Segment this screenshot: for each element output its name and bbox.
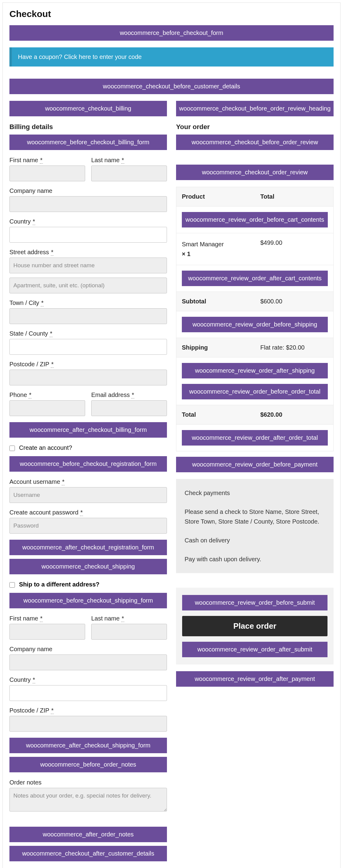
hook-review-before-submit: woocommerce_review_order_before_submit [182,595,327,611]
hook-before-registration-form: woocommerce_before_checkout_registration… [9,456,167,472]
hook-review-after-payment: woocommerce_review_order_after_payment [176,671,334,687]
billing-heading: Billing details [9,123,167,131]
hook-after-order-notes: woocommerce_after_order_notes [9,827,167,842]
billing-country-input[interactable] [9,227,167,243]
hook-after-billing-form: woocommerce_after_checkout_billing_form [9,422,167,438]
hook-review-after-cart: woocommerce_review_order_after_cart_cont… [182,271,328,286]
shipping-country-input[interactable] [9,685,167,701]
hook-before-order-notes: woocommerce_before_order_notes [9,757,167,772]
shipping-country-label: Country * [9,676,167,683]
payment-methods: Check payments Please send a check to St… [176,479,334,573]
order-notes-input[interactable] [9,788,167,811]
shipping-company-label: Company name [9,646,167,653]
billing-email-input[interactable] [91,400,167,416]
billing-state-label: State / County * [9,330,167,337]
hook-before-order-review: woocommerce_checkout_before_order_review [176,134,334,150]
page-title: Checkout [9,9,334,19]
payment-check-desc: Please send a check to Store Name, Store… [184,507,325,526]
billing-last-name-label: Last name * [91,157,167,164]
order-review-table: Product Total woocommerce_review_order_b… [176,187,334,451]
billing-street1-input[interactable] [9,257,167,273]
account-username-label: Account username * [9,478,167,485]
create-account-row[interactable]: Create an account? [9,444,167,451]
account-password-input[interactable] [9,518,167,534]
shipping-row-value: Flat rate: $20.00 [255,338,333,357]
create-account-checkbox[interactable] [9,445,15,451]
hook-review-after-submit: woocommerce_review_order_after_submit [182,642,327,657]
account-password-label: Create account password * [9,509,167,516]
hook-review-after-shipping: woocommerce_review_order_after_shipping [182,363,328,378]
coupon-notice[interactable]: Have a coupon? Click here to enter your … [9,48,334,66]
billing-postcode-label: Postcode / ZIP * [9,361,167,368]
your-order-heading: Your order [176,123,334,131]
billing-state-input[interactable] [9,339,167,355]
shipping-company-input[interactable] [9,654,167,670]
billing-phone-input[interactable] [9,400,85,416]
shipping-first-name-input[interactable] [9,624,85,640]
order-notes-label: Order notes [9,779,167,786]
hook-before-order-review-heading: woocommerce_checkout_before_order_review… [176,101,334,116]
total-value: $620.00 [255,405,333,424]
billing-city-label: Town / City * [9,300,167,306]
billing-first-name-label: First name * [9,157,85,164]
billing-last-name-input[interactable] [91,165,167,181]
billing-country-label: Country * [9,218,167,225]
cart-item-name: Smart Manager × 1 [176,233,255,265]
shipping-postcode-input[interactable] [9,716,167,732]
shipping-row-label: Shipping [176,338,255,357]
cart-item-total: $499.00 [255,233,333,265]
billing-phone-label: Phone * [9,392,85,399]
hook-before-shipping-form: woocommerce_before_checkout_shipping_for… [9,593,167,608]
payment-cod-desc: Pay with cash upon delivery. [184,554,325,564]
hook-before-billing-form: woocommerce_before_checkout_billing_form [9,134,167,150]
shipping-first-name-label: First name * [9,615,85,622]
ship-different-checkbox[interactable] [9,582,15,588]
account-username-input[interactable] [9,487,167,503]
subtotal-value: $600.00 [255,292,333,311]
hook-after-registration-form: woocommerce_after_checkout_registration_… [9,540,167,555]
billing-company-input[interactable] [9,196,167,212]
create-account-label: Create an account? [19,444,73,451]
total-label: Total [176,405,255,424]
hook-review-before-order-total: woocommerce_review_order_before_order_to… [182,384,328,399]
hook-after-shipping-form: woocommerce_after_checkout_shipping_form [9,738,167,753]
payment-cod-title[interactable]: Cash on delivery [184,535,325,545]
shipping-last-name-label: Last name * [91,615,167,622]
shipping-postcode-label: Postcode / ZIP * [9,707,167,714]
shipping-last-name-input[interactable] [91,624,167,640]
hook-before-customer-details: woocommerce_checkout_before_customer_det… [9,79,334,94]
hook-checkout-shipping: woocommerce_checkout_shipping [9,559,167,574]
hook-checkout-billing: woocommerce_checkout_billing [9,101,167,116]
hook-review-before-payment: woocommerce_review_order_before_payment [176,457,334,472]
place-order-button[interactable]: Place order [182,616,327,636]
subtotal-label: Subtotal [176,292,255,311]
hook-review-before-cart: woocommerce_review_order_before_cart_con… [182,212,328,227]
ship-different-row[interactable]: Ship to a different address? [9,581,167,588]
payment-check-title[interactable]: Check payments [184,488,325,498]
billing-company-label: Company name [9,187,167,194]
billing-street2-input[interactable] [9,278,167,293]
hook-review-after-order-total: woocommerce_review_order_after_order_tot… [182,430,328,445]
billing-email-label: Email address * [91,392,167,399]
submit-box: woocommerce_review_order_before_submit P… [176,588,334,664]
billing-first-name-input[interactable] [9,165,85,181]
th-product: Product [176,187,255,206]
hook-after-customer-details: woocommerce_checkout_after_customer_deta… [9,846,167,861]
hook-before-checkout-form: woocommerce_before_checkout_form [9,25,334,41]
hook-order-review: woocommerce_checkout_order_review [176,165,334,180]
th-total: Total [255,187,333,206]
ship-different-label: Ship to a different address? [19,581,99,588]
billing-city-input[interactable] [9,308,167,324]
billing-postcode-input[interactable] [9,370,167,385]
hook-review-before-shipping: woocommerce_review_order_before_shipping [182,317,328,332]
billing-street-label: Street address * [9,249,167,256]
